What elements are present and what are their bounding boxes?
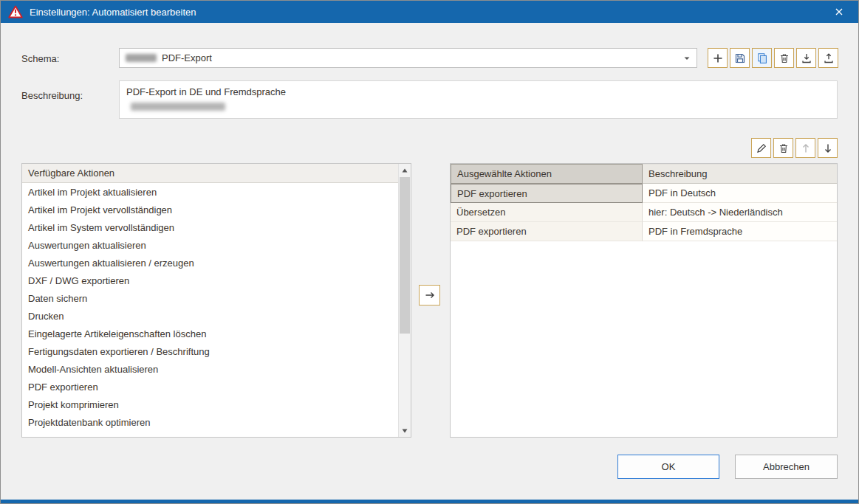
- scrollbar-thumb[interactable]: [400, 177, 410, 334]
- titlebar: Einstellungen: Automatisiert bearbeiten: [1, 1, 858, 23]
- schema-toolbar: [708, 48, 838, 68]
- list-item[interactable]: Fertigungsdaten exportieren / Beschriftu…: [22, 343, 397, 361]
- list-item[interactable]: Auswertungen aktualisieren / erzeugen: [22, 255, 397, 272]
- schema-combobox[interactable]: PDF-Export: [119, 48, 697, 68]
- list-item[interactable]: Projekt komprimieren: [22, 396, 397, 414]
- table-header-row: Ausgewählte Aktionen Beschreibung: [451, 164, 837, 184]
- list-item[interactable]: Artikel im Projekt vervollständigen: [22, 201, 397, 219]
- redacted-text: [131, 103, 225, 111]
- export-button[interactable]: [818, 48, 838, 68]
- window-title: Einstellungen: Automatisiert bearbeiten: [30, 7, 196, 18]
- list-item[interactable]: Drucken: [22, 308, 397, 325]
- description-cell[interactable]: PDF in Fremdsprache: [643, 222, 837, 241]
- description-cell[interactable]: hier: Deutsch -> Niederländisch: [643, 203, 837, 222]
- list-item[interactable]: Projektdatenbank optimieren: [22, 414, 397, 432]
- bottom-accent-strip: [1, 500, 858, 503]
- close-icon[interactable]: [827, 1, 851, 23]
- edit-action-button[interactable]: [751, 138, 771, 158]
- delete-action-button[interactable]: [773, 138, 793, 158]
- table-row: Übersetzenhier: Deutsch -> Niederländisc…: [451, 203, 837, 222]
- list-item[interactable]: Daten sichern: [22, 290, 397, 308]
- list-item[interactable]: Artikel im Projekt aktualisieren: [22, 184, 397, 201]
- table-row: PDF exportierenPDF in Deutsch: [451, 184, 837, 203]
- description-label: Beschreibung:: [21, 90, 83, 101]
- chevron-down-icon[interactable]: [683, 55, 691, 61]
- list-item[interactable]: DXF / DWG exportieren: [22, 272, 397, 290]
- description-text: PDF-Export in DE und Fremdsprache: [126, 86, 830, 98]
- import-button[interactable]: [796, 48, 816, 68]
- selected-actions-table: Ausgewählte Aktionen Beschreibung PDF ex…: [450, 163, 838, 438]
- list-item[interactable]: Modell-Ansichten aktualisieren: [22, 361, 397, 379]
- table-body: PDF exportierenPDF in DeutschÜbersetzenh…: [451, 184, 837, 241]
- description-field[interactable]: PDF-Export in DE und Fremdsprache: [119, 80, 838, 119]
- actions-toolbar: [751, 138, 838, 158]
- new-schema-button[interactable]: [708, 48, 728, 68]
- list-item[interactable]: Auswertungen aktualisieren: [22, 237, 397, 255]
- save-button[interactable]: [730, 48, 750, 68]
- move-down-button[interactable]: [818, 138, 838, 158]
- list-item[interactable]: Artikel im System vervollständigen: [22, 219, 397, 237]
- available-actions-list: Verfügbare Aktionen Artikel im Projekt a…: [21, 163, 411, 438]
- column-header-actions[interactable]: Ausgewählte Aktionen: [451, 164, 643, 184]
- scroll-up-icon[interactable]: [399, 164, 411, 176]
- action-cell[interactable]: PDF exportieren: [451, 222, 643, 241]
- settings-dialog: Einstellungen: Automatisiert bearbeiten …: [0, 0, 859, 504]
- schema-value: PDF-Export: [162, 52, 212, 63]
- action-cell[interactable]: PDF exportieren: [451, 184, 643, 203]
- list-item[interactable]: PDF exportieren: [22, 379, 397, 396]
- available-actions-header: Verfügbare Aktionen: [22, 164, 411, 183]
- column-header-description[interactable]: Beschreibung: [643, 164, 837, 184]
- action-cell[interactable]: Übersetzen: [451, 203, 643, 222]
- table-row: PDF exportierenPDF in Fremdsprache: [451, 222, 837, 241]
- scrollbar[interactable]: [398, 164, 411, 437]
- move-right-button[interactable]: [419, 285, 440, 305]
- warning-triangle-icon: [8, 5, 23, 18]
- description-cell[interactable]: PDF in Deutsch: [643, 184, 837, 203]
- move-up-button[interactable]: [795, 138, 815, 158]
- ok-button[interactable]: OK: [617, 455, 719, 479]
- available-actions-items: Artikel im Projekt aktualisierenArtikel …: [22, 184, 397, 436]
- redacted-text: [126, 54, 157, 62]
- cancel-button[interactable]: Abbrechen: [735, 455, 838, 479]
- scroll-down-icon[interactable]: [399, 424, 411, 437]
- list-item[interactable]: Eingelagerte Artikeleigenschaften lösche…: [22, 325, 397, 343]
- delete-schema-button[interactable]: [774, 48, 794, 68]
- copy-button[interactable]: [752, 48, 772, 68]
- schema-label: Schema:: [21, 53, 59, 64]
